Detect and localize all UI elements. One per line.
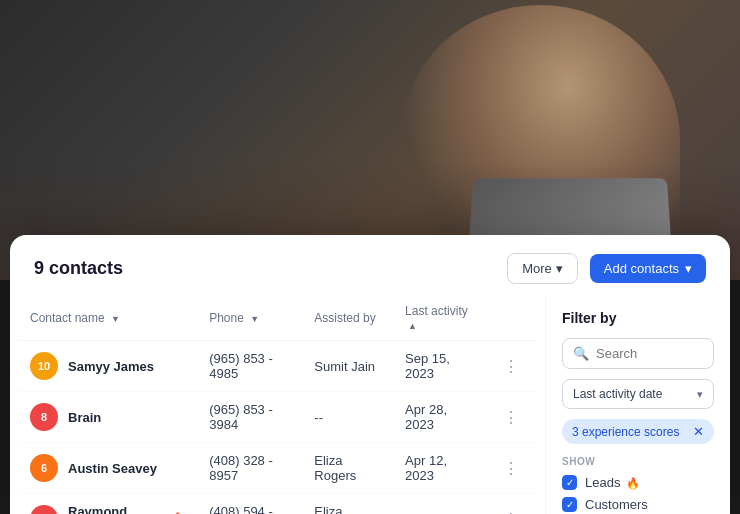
avatar: 6 — [30, 454, 58, 482]
col-actions — [485, 296, 537, 341]
chevron-down-icon: ▾ — [697, 388, 703, 401]
col-contact-name: Contact name ▼ — [18, 296, 197, 341]
contact-cell: 8 Brain — [18, 392, 197, 443]
row-menu-button[interactable]: ⋮ — [497, 458, 525, 479]
search-input[interactable] — [596, 346, 703, 361]
table-body: 10 Samyy James (965) 853 - 4985 Sumit Ja… — [18, 341, 537, 515]
actions-cell: ⋮ — [485, 392, 537, 443]
contact-name: Austin Seavey — [68, 461, 157, 476]
contacts-table: Contact name ▼ Phone ▼ Assisted by Last … — [18, 296, 537, 514]
dropdown-label: Last activity date — [573, 387, 662, 401]
phone-cell: (965) 853 - 3984 — [197, 392, 302, 443]
last-activity-cell: Apr 12, 2023 — [393, 443, 485, 494]
leads-checkbox-row: ✓ Leads 🔥 — [562, 475, 714, 490]
sort-icon: ▲ — [408, 321, 417, 331]
table-row: 8 Brain (965) 853 - 3984 -- Apr 28, 2023… — [18, 392, 537, 443]
customers-checkbox[interactable]: ✓ — [562, 497, 577, 512]
phone-cell: (408) 594 - 5408 — [197, 494, 302, 515]
contact-cell: 6 Austin Seavey — [18, 443, 197, 494]
contact-cell: 8 Raymond Davis 🔥 — [18, 494, 197, 515]
filter-title: Filter by — [562, 310, 714, 326]
fire-icon: 🔥 — [626, 477, 640, 489]
table-row: 8 Raymond Davis 🔥 (408) 594 - 5408 Eliza… — [18, 494, 537, 515]
sort-icon: ▼ — [111, 314, 120, 324]
close-icon[interactable]: ✕ — [693, 424, 704, 439]
card-content: Contact name ▼ Phone ▼ Assisted by Last … — [10, 296, 730, 514]
checkmark-icon: ✓ — [566, 477, 574, 488]
table-row: 10 Samyy James (965) 853 - 4985 Sumit Ja… — [18, 341, 537, 392]
contacts-table-section: Contact name ▼ Phone ▼ Assisted by Last … — [10, 296, 545, 514]
actions-cell: ⋮ — [485, 494, 537, 515]
table-header: Contact name ▼ Phone ▼ Assisted by Last … — [18, 296, 537, 341]
col-phone: Phone ▼ — [197, 296, 302, 341]
assisted-by-cell: Sumit Jain — [302, 341, 393, 392]
avatar: 8 — [30, 403, 58, 431]
customers-label: Customers — [585, 497, 648, 512]
main-card: 9 contacts More ▾ Add contacts ▾ Contact… — [10, 235, 730, 514]
last-activity-cell: Apr 28, 2023 — [393, 392, 485, 443]
experience-scores-tag: 3 experience scores ✕ — [562, 419, 714, 444]
col-last-activity: Last activity ▲ — [393, 296, 485, 341]
search-icon: 🔍 — [573, 346, 589, 361]
card-header: 9 contacts More ▾ Add contacts ▾ — [10, 235, 730, 296]
assisted-by-cell: Eliza Rogers — [302, 443, 393, 494]
assisted-by-cell: Eliza Rogers — [302, 494, 393, 515]
filter-sidebar: Filter by 🔍 Last activity date ▾ 3 exper… — [545, 296, 730, 514]
contact-cell: 10 Samyy James — [18, 341, 197, 392]
assisted-by-cell: -- — [302, 392, 393, 443]
contact-name: Raymond Davis — [68, 504, 156, 514]
contact-name: Brain — [68, 410, 101, 425]
phone-cell: (408) 328 - 8957 — [197, 443, 302, 494]
row-menu-button[interactable]: ⋮ — [497, 407, 525, 428]
chevron-down-icon: ▾ — [685, 261, 692, 276]
add-contacts-button[interactable]: Add contacts ▾ — [590, 254, 706, 283]
last-activity-dropdown[interactable]: Last activity date ▾ — [562, 379, 714, 409]
customers-checkbox-row: ✓ Customers — [562, 497, 714, 512]
page-title: 9 contacts — [34, 258, 495, 279]
checkmark-icon: ✓ — [566, 499, 574, 510]
more-button[interactable]: More ▾ — [507, 253, 578, 284]
last-activity-cell: Apr 2, 2023 — [393, 494, 485, 515]
row-menu-button[interactable]: ⋮ — [497, 509, 525, 515]
col-assisted-by: Assisted by — [302, 296, 393, 341]
contact-name: Samyy James — [68, 359, 154, 374]
actions-cell: ⋮ — [485, 341, 537, 392]
leads-checkbox[interactable]: ✓ — [562, 475, 577, 490]
chevron-down-icon: ▾ — [556, 261, 563, 276]
tag-label: 3 experience scores — [572, 425, 679, 439]
row-menu-button[interactable]: ⋮ — [497, 356, 525, 377]
actions-cell: ⋮ — [485, 443, 537, 494]
show-label: SHOW — [562, 456, 714, 467]
leads-label: Leads 🔥 — [585, 475, 640, 490]
avatar: 10 — [30, 352, 58, 380]
table-row: 6 Austin Seavey (408) 328 - 8957 Eliza R… — [18, 443, 537, 494]
phone-cell: (965) 853 - 4985 — [197, 341, 302, 392]
last-activity-cell: Sep 15, 2023 — [393, 341, 485, 392]
avatar: 8 — [30, 505, 58, 514]
search-box[interactable]: 🔍 — [562, 338, 714, 369]
sort-icon: ▼ — [250, 314, 259, 324]
